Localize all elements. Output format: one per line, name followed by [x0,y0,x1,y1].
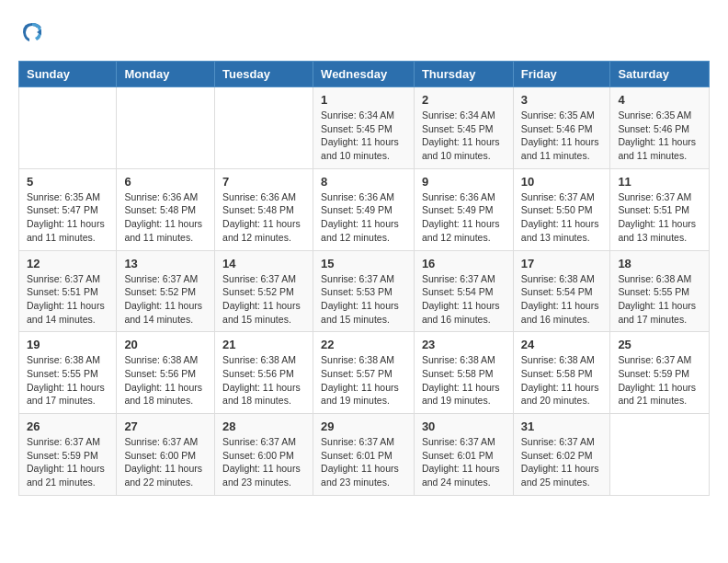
day-number: 3 [521,93,603,107]
calendar-body: 1Sunrise: 6:34 AM Sunset: 5:45 PM Daylig… [19,87,710,496]
day-number: 13 [124,257,207,270]
weekday-header-friday: Friday [513,62,610,87]
calendar-cell: 15Sunrise: 6:37 AM Sunset: 5:53 PM Dayli… [313,250,415,332]
day-info: Sunrise: 6:36 AM Sunset: 5:49 PM Dayligh… [422,190,506,245]
calendar-cell: 29Sunrise: 6:37 AM Sunset: 6:01 PM Dayli… [313,414,415,496]
weekday-header-tuesday: Tuesday [215,62,313,87]
day-number: 15 [321,257,406,270]
calendar-cell: 11Sunrise: 6:37 AM Sunset: 5:51 PM Dayli… [610,168,710,250]
weekday-header-sunday: Sunday [19,62,117,87]
weekday-header-thursday: Thursday [414,62,513,87]
day-info: Sunrise: 6:37 AM Sunset: 6:01 PM Dayligh… [422,435,506,489]
day-info: Sunrise: 6:37 AM Sunset: 6:00 PM Dayligh… [222,435,305,489]
day-info: Sunrise: 6:37 AM Sunset: 5:50 PM Dayligh… [521,190,603,245]
calendar-cell: 19Sunrise: 6:38 AM Sunset: 5:55 PM Dayli… [19,332,117,414]
weekday-header-row: SundayMondayTuesdayWednesdayThursdayFrid… [19,62,710,87]
week-row-4: 26Sunrise: 6:37 AM Sunset: 5:59 PM Dayli… [19,414,710,496]
day-number: 7 [222,175,305,189]
calendar-cell: 8Sunrise: 6:36 AM Sunset: 5:49 PM Daylig… [313,168,415,250]
calendar-cell: 6Sunrise: 6:36 AM Sunset: 5:48 PM Daylig… [117,168,215,250]
day-number: 21 [222,338,305,351]
day-info: Sunrise: 6:37 AM Sunset: 5:52 PM Dayligh… [124,272,207,327]
day-number: 18 [618,257,701,270]
week-row-3: 19Sunrise: 6:38 AM Sunset: 5:55 PM Dayli… [19,332,710,414]
weekday-header-saturday: Saturday [610,62,710,87]
day-number: 1 [321,93,406,107]
calendar-cell: 24Sunrise: 6:38 AM Sunset: 5:58 PM Dayli… [513,332,610,414]
day-info: Sunrise: 6:34 AM Sunset: 5:45 PM Dayligh… [321,109,406,163]
calendar-cell: 12Sunrise: 6:37 AM Sunset: 5:51 PM Dayli… [19,250,117,332]
day-info: Sunrise: 6:35 AM Sunset: 5:47 PM Dayligh… [27,190,108,245]
calendar-cell: 27Sunrise: 6:37 AM Sunset: 6:00 PM Dayli… [117,414,215,496]
calendar-header: SundayMondayTuesdayWednesdayThursdayFrid… [19,62,710,87]
day-number: 31 [521,419,603,433]
calendar-cell [19,87,117,169]
day-info: Sunrise: 6:37 AM Sunset: 5:59 PM Dayligh… [27,435,108,489]
calendar-cell: 5Sunrise: 6:35 AM Sunset: 5:47 PM Daylig… [19,168,117,250]
calendar-cell [610,414,710,496]
calendar-cell: 22Sunrise: 6:38 AM Sunset: 5:57 PM Dayli… [313,332,415,414]
day-info: Sunrise: 6:36 AM Sunset: 5:49 PM Dayligh… [321,190,406,245]
calendar-cell: 4Sunrise: 6:35 AM Sunset: 5:46 PM Daylig… [610,87,710,169]
day-info: Sunrise: 6:37 AM Sunset: 5:54 PM Dayligh… [422,272,506,327]
day-number: 23 [422,338,506,351]
calendar-cell: 31Sunrise: 6:37 AM Sunset: 6:02 PM Dayli… [513,414,610,496]
calendar-cell: 3Sunrise: 6:35 AM Sunset: 5:46 PM Daylig… [513,87,610,169]
day-info: Sunrise: 6:38 AM Sunset: 5:54 PM Dayligh… [521,272,603,327]
day-info: Sunrise: 6:37 AM Sunset: 6:00 PM Dayligh… [124,435,207,489]
day-number: 30 [422,419,506,433]
day-number: 26 [27,419,108,433]
calendar-cell: 18Sunrise: 6:38 AM Sunset: 5:55 PM Dayli… [610,250,710,332]
day-number: 12 [27,257,108,270]
day-info: Sunrise: 6:35 AM Sunset: 5:46 PM Dayligh… [618,109,701,163]
day-info: Sunrise: 6:37 AM Sunset: 5:52 PM Dayligh… [222,272,305,327]
calendar-cell: 13Sunrise: 6:37 AM Sunset: 5:52 PM Dayli… [117,250,215,332]
day-number: 10 [521,175,603,189]
calendar-cell: 9Sunrise: 6:36 AM Sunset: 5:49 PM Daylig… [414,168,513,250]
day-number: 17 [521,257,603,270]
calendar-cell: 2Sunrise: 6:34 AM Sunset: 5:45 PM Daylig… [414,87,513,169]
calendar-cell: 1Sunrise: 6:34 AM Sunset: 5:45 PM Daylig… [313,87,415,169]
calendar-cell: 25Sunrise: 6:37 AM Sunset: 5:59 PM Dayli… [610,332,710,414]
day-info: Sunrise: 6:38 AM Sunset: 5:58 PM Dayligh… [521,353,603,408]
day-info: Sunrise: 6:37 AM Sunset: 5:51 PM Dayligh… [618,190,701,245]
day-number: 6 [124,175,207,189]
day-number: 27 [124,419,207,433]
calendar-cell: 28Sunrise: 6:37 AM Sunset: 6:00 PM Dayli… [215,414,313,496]
day-number: 2 [422,93,506,107]
day-number: 9 [422,175,506,189]
day-info: Sunrise: 6:34 AM Sunset: 5:45 PM Dayligh… [422,109,506,163]
day-info: Sunrise: 6:37 AM Sunset: 6:01 PM Dayligh… [321,435,406,489]
page-header [18,18,710,46]
day-info: Sunrise: 6:37 AM Sunset: 5:59 PM Dayligh… [618,353,701,408]
day-info: Sunrise: 6:38 AM Sunset: 5:58 PM Dayligh… [422,353,506,408]
calendar-cell: 17Sunrise: 6:38 AM Sunset: 5:54 PM Dayli… [513,250,610,332]
day-number: 4 [618,93,701,107]
day-number: 14 [222,257,305,270]
day-number: 25 [618,338,701,351]
day-number: 11 [618,175,701,189]
calendar-cell: 20Sunrise: 6:38 AM Sunset: 5:56 PM Dayli… [117,332,215,414]
calendar-cell: 23Sunrise: 6:38 AM Sunset: 5:58 PM Dayli… [414,332,513,414]
weekday-header-wednesday: Wednesday [313,62,415,87]
calendar-cell [117,87,215,169]
calendar-cell: 26Sunrise: 6:37 AM Sunset: 5:59 PM Dayli… [19,414,117,496]
week-row-0: 1Sunrise: 6:34 AM Sunset: 5:45 PM Daylig… [19,87,710,169]
calendar-cell: 30Sunrise: 6:37 AM Sunset: 6:01 PM Dayli… [414,414,513,496]
day-number: 16 [422,257,506,270]
day-number: 24 [521,338,603,351]
calendar-cell [215,87,313,169]
day-info: Sunrise: 6:38 AM Sunset: 5:56 PM Dayligh… [124,353,207,408]
logo [18,18,50,46]
day-number: 19 [27,338,108,351]
calendar-cell: 7Sunrise: 6:36 AM Sunset: 5:48 PM Daylig… [215,168,313,250]
day-number: 8 [321,175,406,189]
day-info: Sunrise: 6:38 AM Sunset: 5:56 PM Dayligh… [222,353,305,408]
day-info: Sunrise: 6:36 AM Sunset: 5:48 PM Dayligh… [124,190,207,245]
calendar: SundayMondayTuesdayWednesdayThursdayFrid… [18,61,710,496]
calendar-cell: 14Sunrise: 6:37 AM Sunset: 5:52 PM Dayli… [215,250,313,332]
day-number: 5 [27,175,108,189]
calendar-cell: 10Sunrise: 6:37 AM Sunset: 5:50 PM Dayli… [513,168,610,250]
day-info: Sunrise: 6:36 AM Sunset: 5:48 PM Dayligh… [222,190,305,245]
day-info: Sunrise: 6:37 AM Sunset: 5:51 PM Dayligh… [27,272,108,327]
